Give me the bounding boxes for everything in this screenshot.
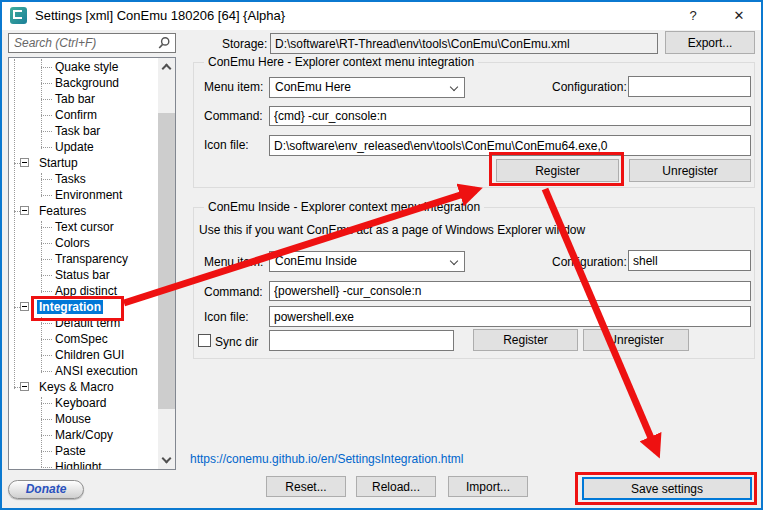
storage-label: Storage: <box>222 37 267 51</box>
tree-item-colors[interactable]: Colors <box>9 235 158 251</box>
tree-item-tasks[interactable]: Tasks <box>9 171 158 187</box>
help-button[interactable]: ? <box>677 2 709 30</box>
tree-item-update[interactable]: Update <box>9 139 158 155</box>
collapse-expander-icon[interactable] <box>20 382 29 391</box>
reset-button[interactable]: Reset... <box>266 476 346 497</box>
tree-item-label: Confirm <box>53 108 99 122</box>
tree-item-paste[interactable]: Paste <box>9 443 158 459</box>
tree-item-comspec[interactable]: ComSpec <box>9 331 158 347</box>
tree-item-label: Paste <box>53 444 88 458</box>
settings-tree-panel: Quake styleBackgroundTab barConfirmTask … <box>8 57 176 470</box>
collapse-expander-icon[interactable] <box>20 206 29 215</box>
tree-item-label: Colors <box>53 236 92 250</box>
command-inside-field[interactable] <box>269 281 751 301</box>
settings-tree: Quake styleBackgroundTab barConfirmTask … <box>9 59 158 469</box>
conemu-logo-icon <box>10 7 27 24</box>
storage-path-field[interactable] <box>270 33 658 54</box>
icon-file-inside-field[interactable] <box>269 306 751 327</box>
tree-item-app-distinct[interactable]: App distinct <box>9 283 158 299</box>
conemu-here-group-title: ConEmu Here - Explorer context menu inte… <box>204 55 478 69</box>
conemu-inside-group-title: ConEmu Inside - Explorer context menu in… <box>204 200 484 214</box>
tree-item-label: Status bar <box>53 268 112 282</box>
tree-item-highlight[interactable]: Highlight <box>9 459 158 469</box>
tree-item-label: Mouse <box>53 412 93 426</box>
tree-item-environment[interactable]: Environment <box>9 187 158 203</box>
window-title: Settings [xml] ConEmu 180206 [64] {Alpha… <box>35 8 285 23</box>
tree-item-label: Environment <box>53 188 124 202</box>
tree-item-default-term[interactable]: Default term <box>9 315 158 331</box>
tree-item-label: Startup <box>37 156 80 170</box>
collapse-expander-icon[interactable] <box>20 302 29 311</box>
tree-item-label: Background <box>53 76 121 90</box>
tree-item-mark-copy[interactable]: Mark/Copy <box>9 427 158 443</box>
icon-file-label: Icon file: <box>204 310 249 324</box>
menu-item-inside-combobox[interactable]: ConEmu Inside <box>269 251 465 272</box>
tree-item-label: ComSpec <box>53 332 110 346</box>
register-here-button[interactable]: Register <box>496 159 619 182</box>
reload-button[interactable]: Reload... <box>356 476 436 497</box>
register-inside-button[interactable]: Register <box>473 329 578 351</box>
collapse-expander-icon[interactable] <box>20 158 29 167</box>
conemu-inside-group: ConEmu Inside - Explorer context menu in… <box>193 207 755 359</box>
sync-dir-checkbox[interactable] <box>198 334 211 347</box>
close-button[interactable]: ✕ <box>723 2 755 30</box>
menu-item-label: Menu item: <box>204 255 263 269</box>
tree-item-startup[interactable]: Startup <box>9 155 158 171</box>
tree-item-label: Children GUI <box>53 348 126 362</box>
tree-item-label: App distinct <box>53 284 119 298</box>
tree-item-label: Keys & Macro <box>37 380 116 394</box>
tree-scrollbar[interactable] <box>158 58 175 469</box>
tree-item-label: ANSI execution <box>53 364 140 378</box>
sync-dir-field[interactable] <box>269 330 454 351</box>
tree-item-keyboard[interactable]: Keyboard <box>9 395 158 411</box>
import-button[interactable]: Import... <box>448 476 528 497</box>
search-input[interactable] <box>8 33 176 53</box>
scroll-down-icon[interactable] <box>162 454 172 464</box>
tree-item-label: Quake style <box>53 60 120 74</box>
tree-item-label: Integration <box>37 300 103 314</box>
tree-item-background[interactable]: Background <box>9 75 158 91</box>
command-label: Command: <box>204 285 263 299</box>
tree-item-label: Features <box>37 204 88 218</box>
tree-item-task-bar[interactable]: Task bar <box>9 123 158 139</box>
tree-item-confirm[interactable]: Confirm <box>9 107 158 123</box>
tree-item-ansi-execution[interactable]: ANSI execution <box>9 363 158 379</box>
unregister-inside-button[interactable]: Unregister <box>583 329 689 351</box>
configuration-inside-field[interactable] <box>628 250 751 271</box>
chevron-down-icon <box>450 257 458 265</box>
donate-button[interactable]: Donate <box>8 480 84 499</box>
tree-item-tab-bar[interactable]: Tab bar <box>9 91 158 107</box>
tree-item-keys-macro[interactable]: Keys & Macro <box>9 379 158 395</box>
conemu-here-group: ConEmu Here - Explorer context menu inte… <box>193 62 755 188</box>
tree-item-status-bar[interactable]: Status bar <box>9 267 158 283</box>
save-settings-button[interactable]: Save settings <box>582 477 752 500</box>
title-bar: Settings [xml] ConEmu 180206 [64] {Alpha… <box>2 2 761 30</box>
icon-file-field[interactable] <box>269 135 751 156</box>
tree-item-label: Task bar <box>53 124 102 138</box>
search-icon <box>157 36 171 50</box>
settings-integration-link[interactable]: https://conemu.github.io/en/SettingsInte… <box>190 452 464 466</box>
tree-item-label: Keyboard <box>53 396 108 410</box>
configuration-field[interactable] <box>628 76 751 97</box>
inside-description: Use this if you want ConEmu act as a pag… <box>199 223 585 237</box>
tree-item-children-gui[interactable]: Children GUI <box>9 347 158 363</box>
tree-item-features[interactable]: Features <box>9 203 158 219</box>
scrollbar-thumb[interactable] <box>158 113 175 409</box>
tree-item-text-cursor[interactable]: Text cursor <box>9 219 158 235</box>
tree-item-quake-style[interactable]: Quake style <box>9 59 158 75</box>
tree-item-label: Transparency <box>53 252 130 266</box>
command-field[interactable] <box>269 106 751 126</box>
menu-item-combobox[interactable]: ConEmu Here <box>269 77 465 98</box>
tree-item-label: Highlight <box>53 460 104 469</box>
configuration-label: Configuration: <box>552 255 627 269</box>
scroll-up-icon[interactable] <box>162 64 172 74</box>
tree-item-label: Tab bar <box>53 92 97 106</box>
tree-item-integration[interactable]: Integration <box>9 299 158 315</box>
export-button[interactable]: Export... <box>665 31 755 54</box>
tree-item-transparency[interactable]: Transparency <box>9 251 158 267</box>
tree-item-mouse[interactable]: Mouse <box>9 411 158 427</box>
unregister-here-button[interactable]: Unregister <box>629 159 751 182</box>
tree-item-label: Tasks <box>53 172 88 186</box>
icon-file-label: Icon file: <box>204 138 249 152</box>
chevron-down-icon <box>450 83 458 91</box>
